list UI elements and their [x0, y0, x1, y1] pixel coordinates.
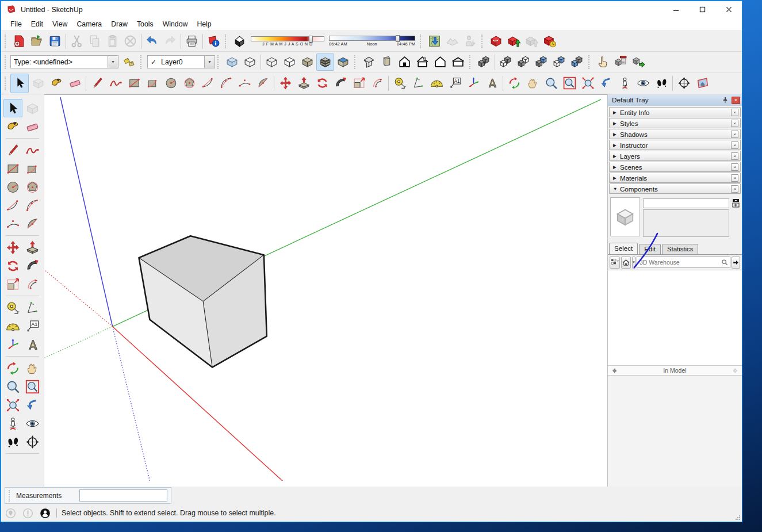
zoom-window-tool-button[interactable] — [560, 74, 579, 93]
arc-tool-button[interactable] — [23, 196, 42, 215]
measurements-input[interactable] — [79, 489, 167, 502]
follow-me-tool-button[interactable] — [331, 74, 350, 93]
chevron-down-icon[interactable]: ▾ — [204, 56, 215, 68]
follow-me-tool-button[interactable] — [23, 257, 42, 275]
toolbar-grip[interactable] — [217, 55, 221, 69]
shadow-date-slider[interactable]: J F M A M J J A S O N D — [251, 32, 324, 51]
offset-tool-button[interactable] — [23, 275, 42, 293]
subtract-tool-button[interactable] — [533, 53, 550, 71]
tray-section-materials[interactable]: ▶Materials× — [609, 173, 741, 183]
rotated-rectangle-tool-button[interactable] — [143, 74, 162, 93]
toolbar-grip[interactable] — [5, 76, 9, 90]
line-tool-button[interactable] — [88, 74, 106, 93]
tape-measure-tool-button[interactable] — [390, 74, 409, 93]
zoom-window-tool-button[interactable] — [23, 377, 42, 396]
arc-tool-button[interactable] — [217, 74, 235, 93]
interact-tool-button[interactable] — [594, 53, 612, 71]
left-tool-button[interactable] — [449, 53, 467, 71]
menu-view[interactable]: View — [48, 19, 72, 29]
tab-edit[interactable]: Edit — [639, 244, 661, 254]
classification-type-dropdown[interactable]: Type: <undefined> ▾ — [10, 55, 118, 68]
push-pull-tool-button[interactable] — [294, 74, 313, 93]
move-tool-button[interactable] — [3, 238, 22, 257]
in-model-back-icon[interactable] — [610, 367, 618, 374]
date-slider-handle[interactable] — [309, 36, 313, 43]
section-close-button[interactable]: × — [731, 120, 738, 127]
pie-tool-button[interactable] — [254, 74, 272, 93]
select-tool-button[interactable] — [3, 99, 22, 117]
dimension-tool-button[interactable] — [409, 74, 427, 93]
select-tool-button[interactable] — [10, 74, 29, 93]
section-close-button[interactable]: × — [731, 152, 738, 160]
paint-bucket-tool-button[interactable] — [47, 74, 66, 93]
push-pull-tool-button[interactable] — [23, 238, 42, 257]
toolbar-grip[interactable] — [225, 35, 229, 48]
hidden-line-tool-button[interactable] — [281, 53, 298, 71]
rectangle-tool-button[interactable] — [125, 74, 143, 93]
section-close-button[interactable]: × — [731, 109, 738, 116]
home-dropdown-button[interactable]: ▾ — [632, 257, 635, 269]
toolbar-grip[interactable] — [481, 35, 485, 48]
layer-dropdown[interactable]: ✓ Layer0 ▾ — [147, 55, 215, 68]
toolbar-grip[interactable] — [354, 55, 358, 69]
dimension-tool-button[interactable] — [23, 298, 42, 317]
walk-tool-button[interactable] — [3, 433, 22, 451]
shaded-tool-button[interactable] — [298, 53, 316, 71]
model-info-tool-button[interactable] — [205, 33, 223, 50]
tray-section-instructor[interactable]: ▶Instructor× — [609, 140, 741, 150]
search-icon[interactable] — [721, 258, 729, 266]
menu-camera[interactable]: Camera — [72, 19, 106, 29]
orbit-tool-button[interactable] — [3, 359, 22, 377]
outer-shell-tool-button[interactable] — [475, 53, 493, 71]
2-point-arc-tool-button[interactable] — [3, 196, 22, 215]
component-name-field[interactable] — [643, 198, 729, 208]
toolbar-grip[interactable] — [5, 35, 9, 48]
menu-tools[interactable]: Tools — [132, 19, 158, 29]
shaded-with-textures-tool-button[interactable] — [316, 53, 334, 71]
offset-tool-button[interactable] — [368, 74, 386, 93]
tab-select[interactable]: Select — [609, 243, 638, 254]
pan-tool-button[interactable] — [23, 359, 42, 377]
extension-warehouse-tool-button[interactable] — [541, 33, 558, 50]
sign-in-icon[interactable] — [39, 507, 51, 519]
back-edges-tool-button[interactable] — [241, 53, 259, 71]
trim-tool-button[interactable] — [550, 53, 568, 71]
classifier-tags-tool-button[interactable] — [120, 53, 138, 71]
freehand-tool-button[interactable] — [106, 74, 125, 93]
scale-tool-button[interactable] — [3, 275, 22, 293]
tray-section-shadows[interactable]: ▶Shadows× — [609, 129, 741, 139]
eraser-tool-button[interactable] — [23, 117, 42, 136]
look-around-tool-button[interactable] — [23, 414, 42, 433]
component-options-tool-button[interactable] — [612, 53, 630, 71]
title-bar[interactable]: Untitled - SketchUp — [1, 1, 742, 18]
warehouse-search-input[interactable] — [637, 259, 719, 266]
pie-tool-button[interactable] — [23, 215, 42, 233]
add-location-tool-button[interactable] — [426, 33, 443, 50]
components-list[interactable] — [608, 270, 742, 365]
look-around-tool-button[interactable] — [634, 74, 652, 93]
text-tool-button[interactable]: A1 — [446, 74, 464, 93]
save-tool-button[interactable] — [46, 33, 64, 50]
line-tool-button[interactable] — [3, 141, 22, 159]
zoom-tool-button[interactable] — [3, 377, 22, 396]
3d-text-tool-button[interactable] — [23, 335, 42, 354]
circle-tool-button[interactable] — [3, 178, 22, 196]
view-options-button[interactable] — [610, 257, 620, 269]
model-viewport[interactable] — [44, 94, 607, 487]
front-tool-button[interactable] — [396, 53, 413, 71]
toolbar-grip[interactable] — [5, 55, 9, 69]
3d-text-tool-button[interactable] — [483, 74, 501, 93]
protractor-tool-button[interactable] — [3, 317, 22, 335]
walk-tool-button[interactable] — [652, 74, 671, 93]
advanced-search-button[interactable] — [732, 257, 740, 269]
tape-measure-tool-button[interactable] — [3, 298, 22, 317]
section-plane-tool-button[interactable] — [693, 74, 711, 93]
previous-tool-button[interactable] — [23, 396, 42, 414]
intersect-tool-button[interactable] — [497, 53, 515, 71]
tray-section-entity-info[interactable]: ▶Entity Info× — [609, 107, 741, 117]
component-preview[interactable] — [610, 197, 640, 236]
maximize-button[interactable] — [689, 1, 715, 18]
pan-tool-button[interactable] — [523, 74, 542, 93]
move-tool-button[interactable] — [276, 74, 294, 93]
time-slider-handle[interactable] — [396, 35, 400, 42]
